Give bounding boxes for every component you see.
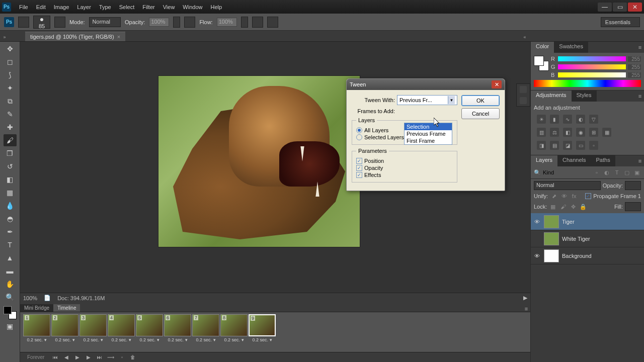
flow-input[interactable]: 100% — [217, 18, 237, 27]
opacity-checkbox[interactable]: ✓ — [356, 165, 362, 171]
opacity-dropdown[interactable] — [173, 17, 180, 28]
timeline-panel-menu[interactable]: ≡ — [522, 306, 530, 312]
path-select-tool[interactable]: ▲ — [4, 252, 17, 264]
airbrush-toggle[interactable] — [252, 17, 263, 28]
frame-delay[interactable]: 0.2 sec. ▾ — [111, 337, 131, 342]
fill-input[interactable] — [625, 202, 641, 211]
frame-delay[interactable]: 0.2 sec. ▾ — [83, 337, 103, 342]
properties-panel-icon[interactable] — [520, 97, 527, 104]
hue-ramp[interactable] — [534, 80, 641, 87]
vibrance-icon[interactable]: ▽ — [589, 115, 598, 124]
adjustments-tab[interactable]: Adjustments — [531, 90, 572, 102]
lock-all-icon[interactable]: 🔒 — [579, 203, 587, 211]
timeline-frame[interactable]: 10.2 sec. ▾ — [23, 314, 50, 342]
photo-filter-icon[interactable]: ◉ — [576, 128, 585, 137]
frame-delay[interactable]: 0.2 sec. ▾ — [252, 337, 272, 342]
dropdown-option[interactable]: First Frame — [405, 137, 452, 144]
unify-visibility-icon[interactable]: 👁 — [560, 192, 568, 200]
lasso-tool[interactable]: ⟆ — [4, 69, 17, 81]
filter-shape-icon[interactable]: ▢ — [623, 168, 631, 176]
marquee-tool[interactable]: ◻ — [4, 56, 17, 68]
timeline-frame[interactable]: 90.2 sec. ▾ — [249, 314, 276, 342]
pen-tool[interactable]: ✒ — [4, 226, 17, 238]
history-brush-tool[interactable]: ↺ — [4, 160, 17, 172]
paths-tab[interactable]: Paths — [591, 155, 615, 166]
timeline-frame[interactable]: 70.2 sec. ▾ — [192, 314, 219, 342]
tool-preset-button[interactable] — [18, 17, 29, 28]
channels-tab[interactable]: Channels — [557, 155, 591, 166]
type-tool[interactable]: T — [4, 239, 17, 251]
adjustments-panel-menu[interactable]: ≡ — [636, 90, 644, 102]
filter-adj-icon[interactable]: ◐ — [603, 168, 611, 176]
brush-preset-picker[interactable]: ● 85 — [33, 16, 50, 29]
filter-type-icon[interactable]: T — [613, 168, 621, 176]
prev-frame-button[interactable]: ◀ — [62, 354, 70, 361]
flow-dropdown[interactable] — [241, 17, 248, 28]
chevron-down-icon[interactable]: ▼ — [448, 96, 455, 104]
layers-panel-menu[interactable]: ≡ — [636, 155, 644, 166]
g-slider[interactable] — [558, 64, 626, 69]
gradient-tool[interactable]: ▦ — [4, 187, 17, 199]
layer-thumbnail[interactable] — [544, 215, 559, 228]
lock-pixels-icon[interactable]: 🖌 — [559, 203, 567, 211]
frame-delay[interactable]: 0.2 sec. ▾ — [196, 337, 215, 342]
threshold-icon[interactable]: ◪ — [563, 141, 572, 150]
menu-image[interactable]: Image — [50, 2, 73, 12]
minibridge-tab[interactable]: Mini Bridge — [20, 304, 53, 312]
close-button[interactable]: ✕ — [628, 3, 642, 12]
invert-icon[interactable]: ◨ — [537, 141, 546, 150]
frame-delay[interactable]: 0.2 sec. ▾ — [224, 337, 244, 342]
quickmask-toggle[interactable]: ▣ — [4, 320, 17, 332]
dodge-tool[interactable]: ◓ — [4, 213, 17, 225]
menu-filter[interactable]: Filter — [138, 2, 158, 12]
swatches-tab[interactable]: Swatches — [554, 42, 588, 53]
posterize-icon[interactable]: ▤ — [550, 141, 559, 150]
loop-selector[interactable]: Forever — [23, 354, 48, 360]
status-icon[interactable]: 📄 — [43, 294, 51, 302]
ok-button[interactable]: OK — [461, 95, 500, 106]
stamp-tool[interactable]: ❐ — [4, 147, 17, 159]
eraser-tool[interactable]: ◧ — [4, 173, 17, 186]
opacity-input[interactable]: 100% — [149, 18, 169, 27]
menu-help[interactable]: Help — [206, 2, 226, 12]
last-frame-button[interactable]: ⏭ — [96, 354, 104, 361]
timeline-frame[interactable]: 30.2 sec. ▾ — [79, 314, 107, 342]
foreground-color-swatch[interactable] — [4, 306, 12, 314]
menu-edit[interactable]: Edit — [32, 2, 50, 12]
exposure-icon[interactable]: ◐ — [576, 115, 585, 124]
frame-delay[interactable]: 0.2 sec. ▾ — [55, 337, 74, 342]
selected-layers-radio[interactable] — [356, 134, 362, 140]
blend-mode-select[interactable]: Normal — [89, 17, 121, 27]
zoom-level[interactable]: 100% — [23, 295, 37, 301]
tween-with-combo[interactable]: Previous Fr... ▼ — [397, 95, 457, 105]
levels-icon[interactable]: ▮ — [550, 115, 559, 124]
layer-item[interactable]: White Tiger — [531, 230, 644, 247]
next-frame-button[interactable]: ▶ — [85, 354, 93, 361]
dialog-close-button[interactable]: ✕ — [492, 80, 502, 88]
all-layers-radio[interactable] — [356, 127, 362, 133]
propagate-checkbox[interactable]: ✓ — [585, 193, 591, 199]
document-canvas[interactable] — [158, 76, 360, 247]
maximize-button[interactable]: ▭ — [613, 3, 627, 12]
crop-tool[interactable]: ⧉ — [4, 95, 17, 107]
timeline-frame[interactable]: 80.2 sec. ▾ — [220, 314, 248, 342]
layer-item[interactable]: 👁 Tiger — [531, 213, 644, 230]
timeline-frame[interactable]: 40.2 sec. ▾ — [108, 314, 135, 342]
curves-icon[interactable]: ∿ — [563, 115, 572, 124]
b-slider[interactable] — [558, 72, 626, 77]
dropdown-option[interactable]: Previous Frame — [405, 130, 452, 137]
visibility-toggle[interactable]: 👁 — [533, 252, 541, 260]
collapse-right-icon[interactable]: « — [522, 33, 527, 41]
move-tool[interactable]: ✥ — [4, 43, 17, 55]
timeline-frame[interactable]: 20.2 sec. ▾ — [51, 314, 78, 342]
pressure-size-toggle[interactable] — [267, 17, 278, 28]
dialog-titlebar[interactable]: Tween ✕ — [347, 79, 505, 90]
first-frame-button[interactable]: ⏮ — [51, 354, 59, 361]
menu-type[interactable]: Type — [95, 2, 115, 12]
menu-window[interactable]: Window — [179, 2, 206, 12]
new-frame-button[interactable]: ▫ — [118, 354, 126, 361]
unify-style-icon[interactable]: fx — [570, 192, 578, 200]
layer-item[interactable]: 👁 Background — [531, 247, 644, 264]
brightness-icon[interactable]: ☀ — [537, 115, 546, 124]
brush-tool[interactable]: 🖌 — [4, 134, 17, 146]
